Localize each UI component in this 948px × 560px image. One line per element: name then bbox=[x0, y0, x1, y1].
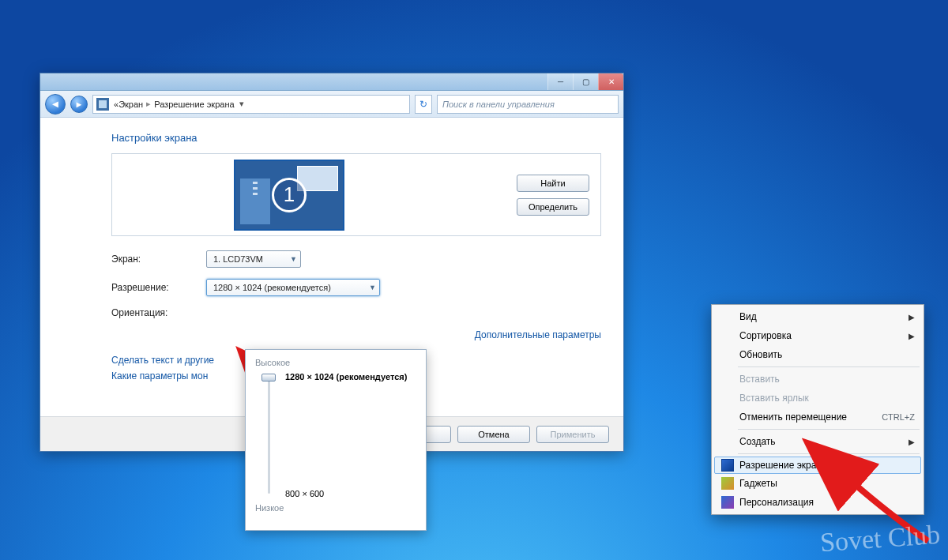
close-button[interactable]: ✕ bbox=[598, 73, 623, 90]
chevron-down-icon: ▼ bbox=[369, 284, 376, 291]
slider-min-value: 800 × 600 bbox=[285, 489, 324, 498]
identify-button[interactable]: Определить bbox=[517, 198, 589, 216]
gadgets-icon bbox=[721, 477, 734, 490]
ctx-paste: Вставить bbox=[714, 370, 921, 389]
maximize-button[interactable]: ▢ bbox=[573, 73, 598, 90]
refresh-button[interactable]: ↻ bbox=[415, 95, 432, 114]
watermark: Sovet Club bbox=[819, 520, 941, 558]
ctx-gadgets[interactable]: Гаджеты bbox=[714, 474, 921, 493]
search-input[interactable]: Поиск в панели управления bbox=[437, 95, 619, 114]
slider-low-label: Низкое bbox=[255, 503, 416, 513]
ctx-refresh[interactable]: Обновить bbox=[714, 345, 921, 364]
slider-max-value: 1280 × 1024 (рекомендуется) bbox=[285, 372, 407, 381]
cancel-button[interactable]: Отмена bbox=[457, 426, 530, 443]
monitor-icon bbox=[721, 459, 734, 472]
submenu-arrow-icon: ▶ bbox=[908, 332, 915, 340]
chevron-down-icon: ▼ bbox=[290, 255, 297, 263]
resolution-combo[interactable]: 1280 × 1024 (рекомендуется) ▼ bbox=[206, 279, 380, 296]
page-title: Настройки экрана bbox=[111, 132, 601, 144]
orientation-label: Ориентация: bbox=[111, 307, 206, 318]
monitor-number: 1 bbox=[272, 178, 307, 212]
desktop-context-menu: Вид ▶ Сортировка ▶ Обновить Вставить Вст… bbox=[711, 304, 924, 515]
nav-back-button[interactable]: ◄ bbox=[45, 94, 66, 115]
nav-forward-button[interactable]: ► bbox=[70, 96, 88, 113]
ctx-new[interactable]: Создать ▶ bbox=[714, 432, 921, 451]
minimize-button[interactable]: ─ bbox=[547, 73, 573, 90]
ctx-sort[interactable]: Сортировка ▶ bbox=[714, 326, 921, 345]
personalize-icon bbox=[721, 496, 734, 509]
advanced-link[interactable]: Дополнительные параметры bbox=[475, 329, 601, 340]
slider-thumb[interactable] bbox=[261, 374, 276, 381]
resolution-slider[interactable]: 1280 × 1024 (рекомендуется) 800 × 600 bbox=[263, 372, 416, 498]
apply-button: Применить bbox=[536, 426, 609, 443]
ctx-view[interactable]: Вид ▶ bbox=[714, 307, 921, 326]
screen-label: Экран: bbox=[111, 254, 206, 265]
ctx-screen-resolution[interactable]: Разрешение экрана bbox=[714, 457, 921, 474]
address-dropdown[interactable]: ▾ bbox=[235, 99, 249, 109]
screen-combo[interactable]: 1. LCD73VM ▼ bbox=[206, 250, 301, 268]
monitor-preview-box: 1 Найти Определить bbox=[111, 153, 601, 236]
breadcrumb-root[interactable]: Экран bbox=[118, 100, 143, 109]
slider-high-label: Высокое bbox=[255, 358, 416, 367]
breadcrumb[interactable]: « Экран ▸ Разрешение экрана ▾ bbox=[92, 95, 410, 114]
monitor-preview[interactable]: 1 bbox=[234, 160, 344, 231]
resolution-slider-flyout: Высокое 1280 × 1024 (рекомендуется) 800 … bbox=[245, 349, 427, 531]
address-bar: ◄ ► « Экран ▸ Разрешение экрана ▾ ↻ Поис… bbox=[40, 91, 623, 118]
control-panel-icon bbox=[96, 98, 109, 111]
submenu-arrow-icon: ▶ bbox=[908, 313, 915, 321]
ctx-paste-shortcut: Вставить ярлык bbox=[714, 389, 921, 408]
breadcrumb-leaf[interactable]: Разрешение экрана bbox=[154, 100, 234, 109]
resolution-label: Разрешение: bbox=[111, 282, 206, 293]
ctx-personalize[interactable]: Персонализация bbox=[714, 493, 921, 512]
ctx-undo[interactable]: Отменить перемещение CTRL+Z bbox=[714, 408, 921, 427]
titlebar[interactable]: ─ ▢ ✕ bbox=[40, 73, 623, 91]
detect-button[interactable]: Найти bbox=[517, 175, 589, 192]
submenu-arrow-icon: ▶ bbox=[908, 438, 915, 446]
